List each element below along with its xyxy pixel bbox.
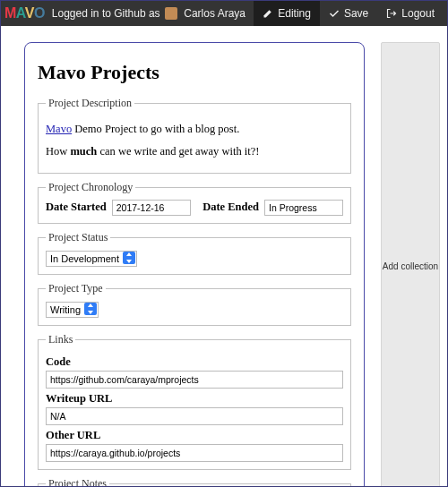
date-started-input[interactable] (112, 200, 191, 216)
mavo-logo: MAVO (4, 5, 45, 21)
code-label: Code (46, 355, 343, 369)
editing-label: Editing (278, 7, 311, 20)
description-body[interactable]: Mavo Demo Project to go with a blog post… (46, 121, 343, 160)
code-input[interactable] (46, 371, 343, 389)
add-collection-button[interactable]: Add collection (381, 42, 440, 486)
status-select[interactable]: In Development (46, 251, 137, 267)
status-fieldset: Project Status In Development (38, 231, 351, 275)
page-title: Mavo Projects (38, 61, 351, 84)
other-input[interactable] (46, 444, 343, 462)
logout-label: Logout (401, 7, 435, 20)
check-icon (329, 8, 340, 19)
links-legend: Links (46, 333, 75, 346)
desc-l2-pre: How (46, 145, 70, 158)
chronology-legend: Project Chronology (46, 181, 135, 194)
add-collection-label: Add collection (383, 261, 438, 271)
other-label: Other URL (46, 429, 343, 442)
login-status: Logged in to Github as Carlos Araya (52, 7, 246, 21)
desc-l2-post: can we write and get away with it?! (97, 145, 259, 158)
description-legend: Project Description (46, 97, 134, 110)
date-ended-input[interactable] (264, 200, 343, 216)
save-label: Save (344, 7, 368, 20)
links-fieldset: Links Code Writeup URL Other URL (38, 333, 351, 470)
mavo-toolbar: MAVO Logged in to Github as Carlos Araya… (1, 1, 447, 26)
writeup-label: Writeup URL (46, 392, 343, 406)
description-line1: Demo Project to go with a blog post. (72, 123, 239, 135)
login-prefix: Logged in to Github as (52, 7, 160, 20)
date-ended-label: Date Ended (202, 201, 259, 214)
avatar (165, 7, 177, 20)
editing-button[interactable]: Editing (254, 1, 320, 26)
notes-fieldset: Project Notes Project Notes (38, 477, 351, 487)
status-legend: Project Status (46, 231, 110, 244)
username: Carlos Araya (184, 7, 246, 20)
logout-icon (386, 8, 397, 19)
writeup-input[interactable] (46, 407, 343, 425)
description-fieldset: Project Description Mavo Demo Project to… (38, 97, 351, 174)
notes-legend: Project Notes (46, 477, 109, 487)
type-fieldset: Project Type Writing (38, 282, 351, 326)
save-button[interactable]: Save (320, 1, 377, 26)
type-select[interactable]: Writing (46, 302, 99, 318)
desc-l2-bold: much (70, 145, 97, 158)
date-started-label: Date Started (46, 201, 107, 214)
project-panel: Mavo Projects Project Description Mavo D… (24, 42, 365, 486)
type-legend: Project Type (46, 282, 106, 295)
chronology-fieldset: Project Chronology Date Started Date End… (38, 181, 351, 224)
mavo-link[interactable]: Mavo (46, 123, 72, 135)
logout-button[interactable]: Logout (377, 1, 444, 26)
pencil-icon (263, 8, 273, 19)
